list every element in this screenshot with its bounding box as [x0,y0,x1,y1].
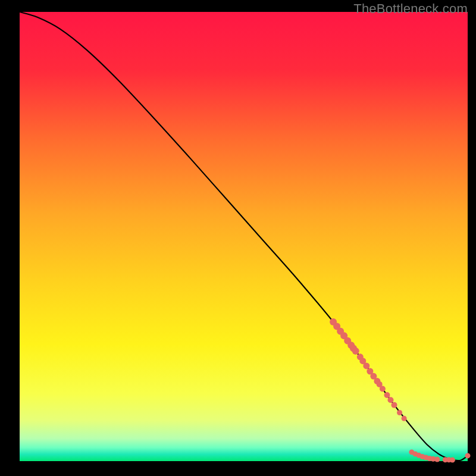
data-marker [402,416,407,421]
data-marker [434,456,440,462]
data-marker [450,458,455,463]
data-marker [387,397,393,403]
marker-layer [330,318,470,463]
data-marker [397,410,402,415]
bottleneck-curve-path [20,12,468,461]
chart-svg [20,12,468,461]
data-marker [384,392,390,398]
plot-area [20,12,468,461]
data-marker [352,347,359,355]
watermark-text: TheBottleneck.com [353,1,468,17]
data-marker [465,453,471,458]
data-marker [363,362,369,369]
data-marker [380,386,386,392]
chart-stage: TheBottleneck.com [0,0,476,476]
data-marker [392,402,397,408]
